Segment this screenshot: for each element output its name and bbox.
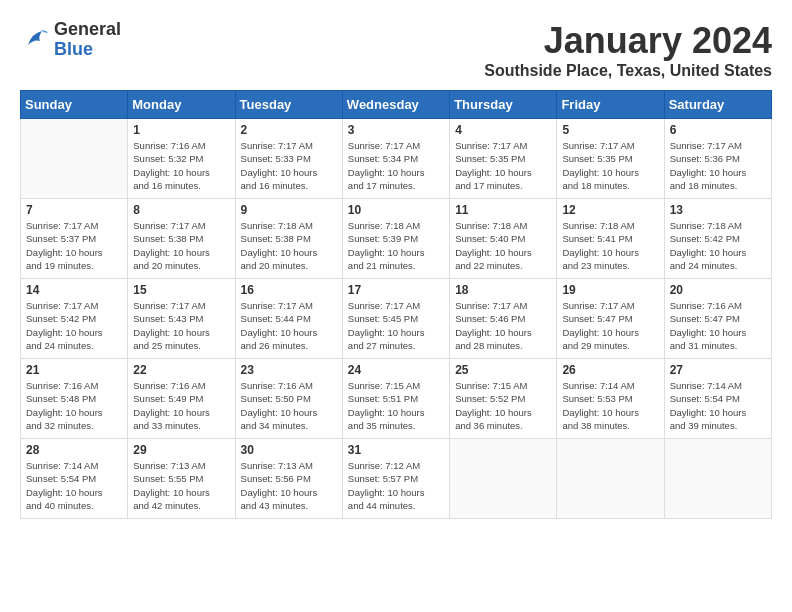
calendar-week-row: 21Sunrise: 7:16 AM Sunset: 5:48 PM Dayli…	[21, 359, 772, 439]
day-info: Sunrise: 7:18 AM Sunset: 5:40 PM Dayligh…	[455, 219, 551, 272]
day-number: 5	[562, 123, 658, 137]
location: Southside Place, Texas, United States	[484, 62, 772, 80]
calendar-cell: 22Sunrise: 7:16 AM Sunset: 5:49 PM Dayli…	[128, 359, 235, 439]
calendar-cell: 3Sunrise: 7:17 AM Sunset: 5:34 PM Daylig…	[342, 119, 449, 199]
calendar-week-row: 1Sunrise: 7:16 AM Sunset: 5:32 PM Daylig…	[21, 119, 772, 199]
day-number: 3	[348, 123, 444, 137]
day-info: Sunrise: 7:17 AM Sunset: 5:45 PM Dayligh…	[348, 299, 444, 352]
logo-bird-icon	[20, 25, 50, 55]
day-info: Sunrise: 7:18 AM Sunset: 5:38 PM Dayligh…	[241, 219, 337, 272]
calendar-cell	[557, 439, 664, 519]
day-number: 6	[670, 123, 766, 137]
calendar-week-row: 7Sunrise: 7:17 AM Sunset: 5:37 PM Daylig…	[21, 199, 772, 279]
day-number: 4	[455, 123, 551, 137]
day-number: 1	[133, 123, 229, 137]
header-day-wednesday: Wednesday	[342, 91, 449, 119]
day-info: Sunrise: 7:17 AM Sunset: 5:34 PM Dayligh…	[348, 139, 444, 192]
calendar-cell: 23Sunrise: 7:16 AM Sunset: 5:50 PM Dayli…	[235, 359, 342, 439]
day-number: 11	[455, 203, 551, 217]
day-info: Sunrise: 7:17 AM Sunset: 5:36 PM Dayligh…	[670, 139, 766, 192]
day-number: 18	[455, 283, 551, 297]
day-number: 8	[133, 203, 229, 217]
header-day-monday: Monday	[128, 91, 235, 119]
calendar-header-row: SundayMondayTuesdayWednesdayThursdayFrid…	[21, 91, 772, 119]
day-number: 23	[241, 363, 337, 377]
day-info: Sunrise: 7:14 AM Sunset: 5:54 PM Dayligh…	[26, 459, 122, 512]
title-block: January 2024 Southside Place, Texas, Uni…	[484, 20, 772, 80]
day-number: 21	[26, 363, 122, 377]
calendar-cell: 27Sunrise: 7:14 AM Sunset: 5:54 PM Dayli…	[664, 359, 771, 439]
calendar-cell: 4Sunrise: 7:17 AM Sunset: 5:35 PM Daylig…	[450, 119, 557, 199]
day-info: Sunrise: 7:17 AM Sunset: 5:38 PM Dayligh…	[133, 219, 229, 272]
day-number: 10	[348, 203, 444, 217]
day-number: 15	[133, 283, 229, 297]
day-info: Sunrise: 7:13 AM Sunset: 5:56 PM Dayligh…	[241, 459, 337, 512]
day-info: Sunrise: 7:13 AM Sunset: 5:55 PM Dayligh…	[133, 459, 229, 512]
day-number: 25	[455, 363, 551, 377]
day-info: Sunrise: 7:14 AM Sunset: 5:53 PM Dayligh…	[562, 379, 658, 432]
calendar-cell: 26Sunrise: 7:14 AM Sunset: 5:53 PM Dayli…	[557, 359, 664, 439]
header-day-saturday: Saturday	[664, 91, 771, 119]
calendar-cell: 2Sunrise: 7:17 AM Sunset: 5:33 PM Daylig…	[235, 119, 342, 199]
day-info: Sunrise: 7:16 AM Sunset: 5:47 PM Dayligh…	[670, 299, 766, 352]
calendar-cell: 21Sunrise: 7:16 AM Sunset: 5:48 PM Dayli…	[21, 359, 128, 439]
header-day-sunday: Sunday	[21, 91, 128, 119]
calendar-cell	[450, 439, 557, 519]
calendar-cell	[21, 119, 128, 199]
calendar-cell: 10Sunrise: 7:18 AM Sunset: 5:39 PM Dayli…	[342, 199, 449, 279]
calendar-table: SundayMondayTuesdayWednesdayThursdayFrid…	[20, 90, 772, 519]
logo: General Blue	[20, 20, 121, 60]
page-header: General Blue January 2024 Southside Plac…	[20, 20, 772, 80]
calendar-cell: 18Sunrise: 7:17 AM Sunset: 5:46 PM Dayli…	[450, 279, 557, 359]
day-number: 20	[670, 283, 766, 297]
day-info: Sunrise: 7:16 AM Sunset: 5:48 PM Dayligh…	[26, 379, 122, 432]
day-info: Sunrise: 7:17 AM Sunset: 5:43 PM Dayligh…	[133, 299, 229, 352]
day-info: Sunrise: 7:18 AM Sunset: 5:41 PM Dayligh…	[562, 219, 658, 272]
day-number: 9	[241, 203, 337, 217]
day-info: Sunrise: 7:17 AM Sunset: 5:37 PM Dayligh…	[26, 219, 122, 272]
calendar-cell: 11Sunrise: 7:18 AM Sunset: 5:40 PM Dayli…	[450, 199, 557, 279]
day-info: Sunrise: 7:17 AM Sunset: 5:46 PM Dayligh…	[455, 299, 551, 352]
day-number: 2	[241, 123, 337, 137]
day-number: 26	[562, 363, 658, 377]
day-info: Sunrise: 7:17 AM Sunset: 5:44 PM Dayligh…	[241, 299, 337, 352]
calendar-cell: 1Sunrise: 7:16 AM Sunset: 5:32 PM Daylig…	[128, 119, 235, 199]
calendar-cell: 19Sunrise: 7:17 AM Sunset: 5:47 PM Dayli…	[557, 279, 664, 359]
day-number: 13	[670, 203, 766, 217]
day-info: Sunrise: 7:16 AM Sunset: 5:32 PM Dayligh…	[133, 139, 229, 192]
calendar-cell: 5Sunrise: 7:17 AM Sunset: 5:35 PM Daylig…	[557, 119, 664, 199]
day-number: 7	[26, 203, 122, 217]
logo-general: General	[54, 20, 121, 40]
day-info: Sunrise: 7:17 AM Sunset: 5:47 PM Dayligh…	[562, 299, 658, 352]
calendar-cell: 30Sunrise: 7:13 AM Sunset: 5:56 PM Dayli…	[235, 439, 342, 519]
day-number: 14	[26, 283, 122, 297]
calendar-cell: 8Sunrise: 7:17 AM Sunset: 5:38 PM Daylig…	[128, 199, 235, 279]
logo-text: General Blue	[54, 20, 121, 60]
calendar-cell: 12Sunrise: 7:18 AM Sunset: 5:41 PM Dayli…	[557, 199, 664, 279]
day-info: Sunrise: 7:18 AM Sunset: 5:39 PM Dayligh…	[348, 219, 444, 272]
day-info: Sunrise: 7:15 AM Sunset: 5:51 PM Dayligh…	[348, 379, 444, 432]
day-info: Sunrise: 7:15 AM Sunset: 5:52 PM Dayligh…	[455, 379, 551, 432]
day-number: 24	[348, 363, 444, 377]
day-info: Sunrise: 7:18 AM Sunset: 5:42 PM Dayligh…	[670, 219, 766, 272]
day-number: 29	[133, 443, 229, 457]
day-number: 16	[241, 283, 337, 297]
day-info: Sunrise: 7:12 AM Sunset: 5:57 PM Dayligh…	[348, 459, 444, 512]
header-day-friday: Friday	[557, 91, 664, 119]
calendar-cell: 7Sunrise: 7:17 AM Sunset: 5:37 PM Daylig…	[21, 199, 128, 279]
day-info: Sunrise: 7:17 AM Sunset: 5:33 PM Dayligh…	[241, 139, 337, 192]
day-number: 19	[562, 283, 658, 297]
day-info: Sunrise: 7:17 AM Sunset: 5:35 PM Dayligh…	[455, 139, 551, 192]
logo-blue: Blue	[54, 40, 121, 60]
header-day-tuesday: Tuesday	[235, 91, 342, 119]
day-number: 28	[26, 443, 122, 457]
calendar-cell	[664, 439, 771, 519]
day-info: Sunrise: 7:17 AM Sunset: 5:35 PM Dayligh…	[562, 139, 658, 192]
day-info: Sunrise: 7:17 AM Sunset: 5:42 PM Dayligh…	[26, 299, 122, 352]
calendar-cell: 15Sunrise: 7:17 AM Sunset: 5:43 PM Dayli…	[128, 279, 235, 359]
calendar-week-row: 28Sunrise: 7:14 AM Sunset: 5:54 PM Dayli…	[21, 439, 772, 519]
day-number: 17	[348, 283, 444, 297]
calendar-cell: 20Sunrise: 7:16 AM Sunset: 5:47 PM Dayli…	[664, 279, 771, 359]
calendar-cell: 17Sunrise: 7:17 AM Sunset: 5:45 PM Dayli…	[342, 279, 449, 359]
calendar-cell: 9Sunrise: 7:18 AM Sunset: 5:38 PM Daylig…	[235, 199, 342, 279]
